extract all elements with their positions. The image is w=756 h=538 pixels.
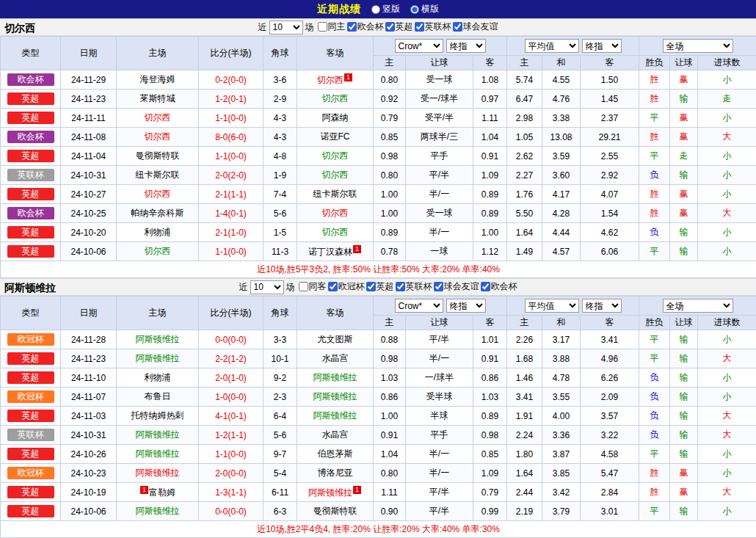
avg-source-select[interactable]: 平均值 (525, 39, 579, 53)
filter-option[interactable]: 同客 (299, 280, 327, 293)
team-label: 阿斯顿维拉 (136, 429, 180, 440)
avg-type-select[interactable]: 终指 (582, 39, 622, 53)
avg-away-odds: 2.09 (581, 388, 639, 407)
goals-result: 大 (698, 483, 756, 502)
away-team: 诺丁汉森林1 (297, 242, 374, 261)
filter-checkbox[interactable] (347, 22, 357, 32)
vertical-layout-radio[interactable] (371, 5, 380, 14)
avg-home-odds: 2.62 (507, 147, 542, 166)
league-cell: 英超 (1, 349, 61, 368)
team-label: 阿斯顿维拉 (136, 448, 180, 459)
near-label: 近 (258, 21, 267, 34)
crown-home-odds: 1.11 (374, 483, 406, 502)
odds-source-select[interactable]: Crow* (395, 39, 443, 53)
league-cell: 欧冠杯 (1, 464, 61, 483)
match-count-select[interactable]: 10 (250, 280, 284, 294)
handicap-line: 平/半 (406, 483, 473, 502)
corner-cell: 5-4 (263, 464, 297, 483)
crown-away-odds: 1.09 (473, 464, 507, 483)
scope-select[interactable]: 全场 (663, 299, 733, 313)
filter-option[interactable]: 欧冠杯 (328, 280, 365, 293)
goals-result: 小 (698, 330, 756, 349)
away-team: 切尔西 (297, 223, 374, 242)
filter-checkbox[interactable] (434, 282, 443, 291)
avg-home-odds: 1.05 (507, 128, 542, 147)
col-header-corner: 角球 (263, 37, 297, 70)
score-cell: 1-1(0-0) (199, 109, 263, 128)
sub-header-avg-home: 主 (507, 316, 542, 330)
filter-option[interactable]: 球会友谊 (434, 280, 479, 293)
odds-source-select[interactable]: Crow* (395, 299, 443, 313)
filter-checkbox[interactable] (328, 282, 338, 291)
match-date: 24-11-29 (61, 70, 117, 90)
match-date: 24-10-27 (61, 185, 117, 204)
home-team: 布鲁日 (117, 388, 199, 407)
goals-result: 小 (698, 368, 756, 388)
scope-select[interactable]: 全场 (663, 39, 733, 53)
team-label: 切尔西 (145, 131, 171, 142)
avg-away-odds: 4.62 (581, 223, 639, 242)
red-card-badge: 1 (353, 245, 361, 253)
fulltime-result: 平 (639, 330, 670, 349)
handicap-line: 一球 (406, 242, 473, 261)
horizontal-layout-radio[interactable] (410, 5, 419, 14)
handicap-line: 一/球半 (406, 368, 473, 388)
league-cell: 英联杯 (1, 166, 61, 185)
filter-option[interactable]: 英超 (385, 21, 413, 33)
filter-checkbox[interactable] (481, 282, 490, 291)
filter-option[interactable]: 球会友谊 (453, 21, 498, 33)
match-row: 欧冠杯24-11-07布鲁日1-0(0-0)2-3阿斯顿维拉0.86受半球1.0… (1, 388, 756, 407)
away-team: 阿斯顿维拉1 (297, 483, 374, 502)
match-count-select[interactable]: 10 (269, 21, 303, 34)
layout-option-horizontal[interactable]: 横版 (410, 3, 439, 15)
home-team: 海登海姆 (117, 70, 199, 90)
crown-home-odds: 1.04 (374, 445, 406, 464)
avg-type-select[interactable]: 终指 (582, 299, 622, 313)
avg-home-odds: 2.27 (507, 166, 542, 185)
filter-checkbox[interactable] (415, 22, 424, 32)
filter-checkbox[interactable] (396, 282, 405, 291)
corner-cell: 6-4 (263, 407, 297, 426)
layout-option-vertical[interactable]: 竖版 (371, 3, 400, 15)
crown-home-odds: 1.03 (374, 368, 406, 388)
match-row: 欧冠杯24-11-28阿斯顿维拉0-0(0-0)3-3尤文图斯0.88平/半1.… (1, 330, 756, 349)
handicap-result: 输 (670, 407, 698, 426)
handicap-line: 半/一 (406, 464, 473, 483)
handicap-result: 输 (670, 242, 698, 261)
handicap-line: 两球半/三 (406, 128, 473, 147)
avg-draw-odds: 4.57 (542, 242, 581, 261)
avg-home-odds: 2.98 (507, 109, 542, 128)
filter-checkbox[interactable] (299, 282, 308, 291)
filter-checkbox[interactable] (366, 282, 376, 291)
filter-option[interactable]: 英联杯 (415, 21, 451, 33)
league-cell: 英联杯 (1, 426, 61, 445)
crown-away-odds: 1.08 (473, 70, 507, 90)
filter-checkbox[interactable] (385, 22, 395, 32)
avg-source-select[interactable]: 平均值 (525, 299, 579, 313)
scope-header: 全场 (639, 37, 756, 56)
team-label: 切尔西 (322, 93, 349, 103)
team-label: 莱斯特城 (140, 93, 175, 103)
away-team: 切尔西 (297, 90, 374, 109)
handicap-result: 赢 (670, 70, 698, 90)
filter-checkbox[interactable] (318, 22, 327, 32)
league-badge: 英超 (7, 245, 54, 258)
avg-draw-odds: 3.38 (542, 109, 581, 128)
filter-option[interactable]: 同主 (318, 21, 346, 33)
filter-option[interactable]: 英联杯 (396, 280, 432, 293)
odds-type-select[interactable]: 终指 (446, 299, 486, 313)
filter-option[interactable]: 欧会杯 (347, 21, 384, 33)
score-cell: 4-1(0-1) (199, 407, 263, 426)
odds-source-header: Crow* 终指 (374, 297, 507, 316)
score-cell: 2-0(0-0) (199, 464, 263, 483)
team-label: 阿斯顿维拉 (313, 391, 357, 401)
team-label: 切尔西 (145, 189, 171, 199)
filter-option[interactable]: 英超 (366, 280, 394, 293)
handicap-line: 平/半 (406, 502, 473, 521)
odds-type-select[interactable]: 终指 (446, 39, 486, 53)
filter-checkbox[interactable] (453, 22, 462, 32)
away-team: 阿斯顿维拉 (297, 368, 374, 388)
corner-cell: 4-8 (263, 147, 297, 166)
league-cell: 欧冠杯 (1, 330, 61, 349)
filter-option[interactable]: 欧会杯 (481, 280, 517, 293)
